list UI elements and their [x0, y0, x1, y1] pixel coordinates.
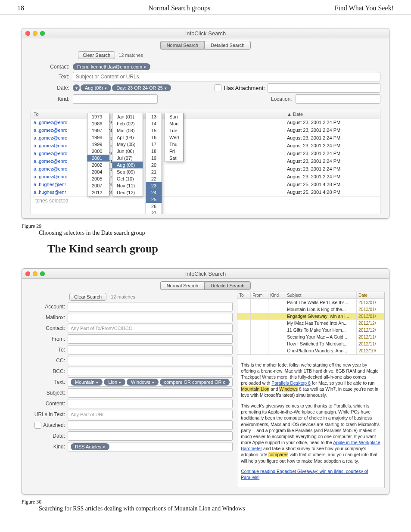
close-icon[interactable] — [25, 271, 30, 276]
day-list[interactable]: 13141516171819202122232425262728293031 ✓… — [146, 113, 162, 214]
col-date[interactable]: Date — [357, 292, 384, 299]
weekday-list[interactable]: SunMonTueWedThuFriSat — [165, 113, 184, 162]
close-icon[interactable] — [25, 31, 30, 36]
kind-field[interactable]: RSS Articles — [68, 442, 233, 451]
kind-token-rss[interactable]: RSS Articles — [71, 443, 109, 450]
zoom-icon[interactable] — [40, 31, 45, 36]
list-item[interactable]: 1998 — [87, 134, 109, 141]
text-search-input[interactable] — [73, 72, 380, 81]
list-item[interactable]: 17 — [146, 141, 162, 148]
list-item[interactable]: 2000 — [87, 148, 109, 155]
list-item[interactable]: Mar (03) — [112, 127, 143, 134]
attached-checkbox[interactable] — [34, 422, 41, 429]
list-item[interactable]: 20 — [146, 162, 162, 168]
table-row[interactable]: a..gomez@enroociate/Analyst ProgramAugus… — [31, 157, 380, 165]
clear-search-button[interactable]: Clear Search — [78, 51, 115, 59]
list-item[interactable]: Sat — [165, 155, 183, 162]
table-row[interactable]: a..gomez@enroociate/Analyst ProgramAugus… — [31, 142, 380, 149]
to-field[interactable] — [68, 345, 233, 355]
subject-field[interactable] — [68, 388, 233, 398]
list-item[interactable]: Jul (07) — [112, 155, 143, 162]
col-from[interactable]: From — [251, 292, 268, 299]
list-item[interactable]: 2012 — [87, 189, 109, 196]
list-item[interactable]: 1997 — [87, 127, 109, 134]
list-item[interactable]: 1986 — [87, 120, 109, 127]
list-item[interactable]: 1979 — [87, 113, 109, 120]
account-field[interactable] — [68, 302, 233, 311]
table-row[interactable]: Mountain Lion is king of the...2013/01/ — [237, 306, 384, 313]
year-list[interactable]: 1979198619971998199920002001200220042005… — [87, 113, 109, 196]
tab-normal-search[interactable]: Normal Search — [160, 281, 204, 290]
list-item[interactable]: Tue — [165, 127, 183, 134]
from-field[interactable] — [68, 334, 233, 344]
list-item[interactable]: 2005 — [87, 175, 109, 182]
list-item[interactable]: 16 — [146, 134, 162, 141]
list-item[interactable]: Sep (09) — [112, 168, 143, 175]
cc-field[interactable] — [68, 356, 233, 365]
list-item[interactable]: 18 — [146, 148, 162, 155]
contact-field[interactable]: Any Part of To/From/CC/BCC — [68, 324, 233, 333]
list-item[interactable]: 15 — [146, 127, 162, 134]
list-item[interactable]: 25 — [146, 196, 162, 203]
list-item[interactable]: Nov (11) — [112, 182, 143, 189]
list-item[interactable]: 14 — [146, 120, 162, 127]
list-item[interactable]: 1999 — [87, 141, 109, 148]
table-row[interactable]: 11 Gifts To Make Your Hom...2012/12/ — [237, 327, 384, 333]
has-attachment-checkbox[interactable] — [215, 84, 221, 91]
link-parallels-desktop[interactable]: Parallels Desktop 8 — [271, 380, 310, 386]
tab-detailed-search[interactable]: Detailed Search — [204, 41, 251, 50]
attached-field[interactable] — [68, 420, 233, 430]
table-row[interactable]: a..hughes@enrcutive CommitteeAugust 25, … — [31, 180, 380, 188]
col-date[interactable]: ▲ Date — [284, 110, 380, 118]
mailbox-field[interactable] — [68, 313, 233, 322]
list-item[interactable]: Oct (10) — [112, 175, 143, 182]
list-item[interactable]: 26 — [146, 203, 162, 210]
table-row[interactable]: Securing Your Mac – A Guid...2012/11/ — [237, 333, 384, 340]
titlebar[interactable]: InfoClick Search — [22, 28, 389, 38]
date-day-pill[interactable]: Day: 23 OR 24 OR 25 — [112, 84, 171, 91]
date-month-pill[interactable]: Aug (08) — [81, 84, 111, 91]
clear-search-button[interactable]: Clear Search — [69, 293, 106, 301]
table-row[interactable]: a..gomez@enroociate/Analyst ProgramAugus… — [31, 134, 380, 142]
content-field[interactable] — [68, 399, 233, 408]
tab-normal-search[interactable]: Normal Search — [160, 41, 204, 50]
list-item[interactable]: 21 — [146, 168, 162, 175]
table-row[interactable]: a..hughes@enrcutive CommitteeAugust 25, … — [31, 188, 380, 196]
table-row[interactable]: One-Platform Wonders: Ann...2012/10/ — [237, 347, 384, 354]
table-row[interactable]: a..gomez@enroociate/Analyst ProgramAugus… — [31, 165, 380, 173]
table-row[interactable]: Paint The Walls Red Like It's...2013/01/ — [237, 299, 384, 306]
contact-token[interactable]: From: kenneth.lay@enron.com — [73, 63, 150, 70]
list-item[interactable]: Thu — [165, 141, 183, 148]
list-item[interactable]: Aug (08) — [112, 162, 143, 168]
list-item[interactable]: May (05) — [112, 141, 143, 148]
text-field[interactable]: Mountain Lion Windows compare OR compare… — [68, 377, 233, 387]
table-row[interactable]: My iMac Has Turned Into An...2012/12/ — [237, 320, 384, 327]
tab-detailed-search[interactable]: Detailed Search — [204, 281, 251, 290]
table-row[interactable]: a..gomez@enroociate/Analyst ProgramAugus… — [31, 126, 380, 134]
table-row[interactable]: a..gomez@enroociate/Analyst ProgramAugus… — [31, 173, 380, 180]
list-item[interactable]: 2004 — [87, 168, 109, 175]
kind-field[interactable] — [73, 94, 158, 104]
list-item[interactable]: 13 — [146, 113, 162, 120]
list-item[interactable]: Jan (01) — [112, 113, 143, 120]
col-subject[interactable]: Subject — [285, 292, 357, 299]
list-item[interactable]: 27 — [146, 210, 162, 214]
list-item[interactable]: Feb (02) — [112, 120, 143, 127]
list-item[interactable]: Fri — [165, 148, 183, 155]
link-continue-reading[interactable]: Continue reading Engadget Giveaway: win … — [241, 469, 368, 480]
minimize-icon[interactable] — [33, 31, 37, 36]
month-list[interactable]: Jan (01)Feb (02)Mar (03)Apr (04)May (05)… — [112, 113, 143, 196]
list-item[interactable]: Sun — [165, 113, 183, 120]
list-item[interactable]: 19 — [146, 155, 162, 162]
list-item[interactable]: Apr (04) — [112, 134, 143, 141]
list-item[interactable]: Mon — [165, 120, 183, 127]
date-field[interactable] — [68, 431, 233, 441]
list-item[interactable]: 22 — [146, 175, 162, 182]
text-token-lion[interactable]: Lion — [104, 379, 125, 386]
zoom-icon[interactable] — [40, 271, 45, 276]
table-row[interactable]: Engadget Giveaway: win an i...2013/01/ — [237, 313, 384, 320]
list-item[interactable]: 24 — [146, 189, 162, 196]
date-menu-icon[interactable]: ▾ — [73, 84, 80, 91]
col-to[interactable]: To — [237, 292, 251, 299]
text-token-compare[interactable]: compare OR compared OR c — [160, 379, 230, 386]
